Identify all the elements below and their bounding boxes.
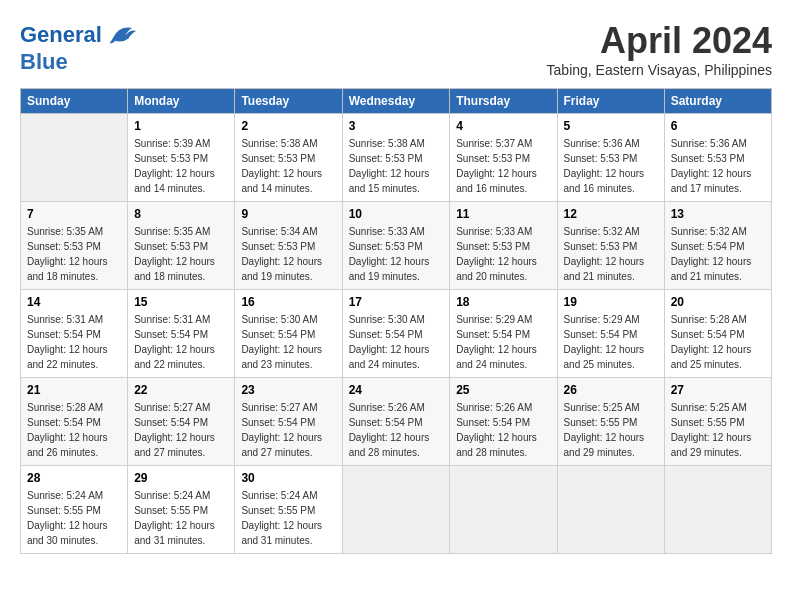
calendar-cell	[450, 466, 557, 554]
calendar-cell: 26Sunrise: 5:25 AMSunset: 5:55 PMDayligh…	[557, 378, 664, 466]
day-number: 13	[671, 207, 765, 221]
page-header: General Blue April 2024 Tabing, Eastern …	[20, 20, 772, 78]
day-number: 10	[349, 207, 444, 221]
day-number: 18	[456, 295, 550, 309]
column-header-tuesday: Tuesday	[235, 89, 342, 114]
column-header-wednesday: Wednesday	[342, 89, 450, 114]
calendar-cell: 7Sunrise: 5:35 AMSunset: 5:53 PMDaylight…	[21, 202, 128, 290]
day-info: Sunrise: 5:30 AMSunset: 5:54 PMDaylight:…	[349, 312, 444, 372]
day-number: 19	[564, 295, 658, 309]
calendar-cell	[557, 466, 664, 554]
day-info: Sunrise: 5:30 AMSunset: 5:54 PMDaylight:…	[241, 312, 335, 372]
day-number: 11	[456, 207, 550, 221]
day-info: Sunrise: 5:26 AMSunset: 5:54 PMDaylight:…	[349, 400, 444, 460]
calendar-cell: 3Sunrise: 5:38 AMSunset: 5:53 PMDaylight…	[342, 114, 450, 202]
calendar-cell: 20Sunrise: 5:28 AMSunset: 5:54 PMDayligh…	[664, 290, 771, 378]
day-info: Sunrise: 5:39 AMSunset: 5:53 PMDaylight:…	[134, 136, 228, 196]
day-info: Sunrise: 5:27 AMSunset: 5:54 PMDaylight:…	[241, 400, 335, 460]
day-number: 5	[564, 119, 658, 133]
calendar-cell: 9Sunrise: 5:34 AMSunset: 5:53 PMDaylight…	[235, 202, 342, 290]
day-info: Sunrise: 5:36 AMSunset: 5:53 PMDaylight:…	[564, 136, 658, 196]
calendar-cell: 14Sunrise: 5:31 AMSunset: 5:54 PMDayligh…	[21, 290, 128, 378]
calendar-cell: 18Sunrise: 5:29 AMSunset: 5:54 PMDayligh…	[450, 290, 557, 378]
logo-text: General	[20, 23, 102, 47]
calendar-cell: 30Sunrise: 5:24 AMSunset: 5:55 PMDayligh…	[235, 466, 342, 554]
day-number: 21	[27, 383, 121, 397]
day-number: 25	[456, 383, 550, 397]
day-number: 15	[134, 295, 228, 309]
calendar-cell: 23Sunrise: 5:27 AMSunset: 5:54 PMDayligh…	[235, 378, 342, 466]
logo: General Blue	[20, 20, 136, 74]
calendar-cell: 27Sunrise: 5:25 AMSunset: 5:55 PMDayligh…	[664, 378, 771, 466]
day-number: 26	[564, 383, 658, 397]
calendar-cell: 19Sunrise: 5:29 AMSunset: 5:54 PMDayligh…	[557, 290, 664, 378]
day-number: 20	[671, 295, 765, 309]
calendar-table: SundayMondayTuesdayWednesdayThursdayFrid…	[20, 88, 772, 554]
column-header-monday: Monday	[128, 89, 235, 114]
day-info: Sunrise: 5:33 AMSunset: 5:53 PMDaylight:…	[349, 224, 444, 284]
day-info: Sunrise: 5:28 AMSunset: 5:54 PMDaylight:…	[27, 400, 121, 460]
day-info: Sunrise: 5:25 AMSunset: 5:55 PMDaylight:…	[564, 400, 658, 460]
day-info: Sunrise: 5:24 AMSunset: 5:55 PMDaylight:…	[27, 488, 121, 548]
day-info: Sunrise: 5:29 AMSunset: 5:54 PMDaylight:…	[456, 312, 550, 372]
day-number: 2	[241, 119, 335, 133]
day-info: Sunrise: 5:38 AMSunset: 5:53 PMDaylight:…	[241, 136, 335, 196]
calendar-cell: 10Sunrise: 5:33 AMSunset: 5:53 PMDayligh…	[342, 202, 450, 290]
day-info: Sunrise: 5:28 AMSunset: 5:54 PMDaylight:…	[671, 312, 765, 372]
calendar-cell: 5Sunrise: 5:36 AMSunset: 5:53 PMDaylight…	[557, 114, 664, 202]
calendar-cell: 6Sunrise: 5:36 AMSunset: 5:53 PMDaylight…	[664, 114, 771, 202]
calendar-cell: 2Sunrise: 5:38 AMSunset: 5:53 PMDaylight…	[235, 114, 342, 202]
calendar-cell: 11Sunrise: 5:33 AMSunset: 5:53 PMDayligh…	[450, 202, 557, 290]
day-number: 7	[27, 207, 121, 221]
logo-blue-text: Blue	[20, 50, 136, 74]
day-info: Sunrise: 5:26 AMSunset: 5:54 PMDaylight:…	[456, 400, 550, 460]
day-number: 28	[27, 471, 121, 485]
column-header-friday: Friday	[557, 89, 664, 114]
calendar-week-row: 7Sunrise: 5:35 AMSunset: 5:53 PMDaylight…	[21, 202, 772, 290]
calendar-cell: 15Sunrise: 5:31 AMSunset: 5:54 PMDayligh…	[128, 290, 235, 378]
day-info: Sunrise: 5:32 AMSunset: 5:53 PMDaylight:…	[564, 224, 658, 284]
day-info: Sunrise: 5:36 AMSunset: 5:53 PMDaylight:…	[671, 136, 765, 196]
day-info: Sunrise: 5:33 AMSunset: 5:53 PMDaylight:…	[456, 224, 550, 284]
calendar-week-row: 1Sunrise: 5:39 AMSunset: 5:53 PMDaylight…	[21, 114, 772, 202]
day-number: 6	[671, 119, 765, 133]
day-info: Sunrise: 5:29 AMSunset: 5:54 PMDaylight:…	[564, 312, 658, 372]
day-number: 14	[27, 295, 121, 309]
calendar-week-row: 28Sunrise: 5:24 AMSunset: 5:55 PMDayligh…	[21, 466, 772, 554]
day-info: Sunrise: 5:37 AMSunset: 5:53 PMDaylight:…	[456, 136, 550, 196]
day-number: 22	[134, 383, 228, 397]
day-number: 1	[134, 119, 228, 133]
calendar-week-row: 21Sunrise: 5:28 AMSunset: 5:54 PMDayligh…	[21, 378, 772, 466]
calendar-cell: 17Sunrise: 5:30 AMSunset: 5:54 PMDayligh…	[342, 290, 450, 378]
day-number: 24	[349, 383, 444, 397]
day-number: 17	[349, 295, 444, 309]
logo-bird-icon	[106, 20, 136, 50]
day-number: 30	[241, 471, 335, 485]
day-number: 12	[564, 207, 658, 221]
day-number: 29	[134, 471, 228, 485]
day-info: Sunrise: 5:35 AMSunset: 5:53 PMDaylight:…	[27, 224, 121, 284]
day-number: 8	[134, 207, 228, 221]
location-title: Tabing, Eastern Visayas, Philippines	[547, 62, 772, 78]
day-info: Sunrise: 5:35 AMSunset: 5:53 PMDaylight:…	[134, 224, 228, 284]
calendar-header-row: SundayMondayTuesdayWednesdayThursdayFrid…	[21, 89, 772, 114]
day-info: Sunrise: 5:31 AMSunset: 5:54 PMDaylight:…	[134, 312, 228, 372]
calendar-cell: 29Sunrise: 5:24 AMSunset: 5:55 PMDayligh…	[128, 466, 235, 554]
calendar-cell	[664, 466, 771, 554]
day-info: Sunrise: 5:38 AMSunset: 5:53 PMDaylight:…	[349, 136, 444, 196]
day-number: 9	[241, 207, 335, 221]
title-block: April 2024 Tabing, Eastern Visayas, Phil…	[547, 20, 772, 78]
calendar-cell	[21, 114, 128, 202]
day-number: 3	[349, 119, 444, 133]
day-number: 16	[241, 295, 335, 309]
calendar-cell: 22Sunrise: 5:27 AMSunset: 5:54 PMDayligh…	[128, 378, 235, 466]
calendar-cell	[342, 466, 450, 554]
calendar-cell: 21Sunrise: 5:28 AMSunset: 5:54 PMDayligh…	[21, 378, 128, 466]
month-title: April 2024	[547, 20, 772, 62]
calendar-cell: 13Sunrise: 5:32 AMSunset: 5:54 PMDayligh…	[664, 202, 771, 290]
calendar-cell: 4Sunrise: 5:37 AMSunset: 5:53 PMDaylight…	[450, 114, 557, 202]
calendar-cell: 8Sunrise: 5:35 AMSunset: 5:53 PMDaylight…	[128, 202, 235, 290]
day-info: Sunrise: 5:32 AMSunset: 5:54 PMDaylight:…	[671, 224, 765, 284]
calendar-cell: 28Sunrise: 5:24 AMSunset: 5:55 PMDayligh…	[21, 466, 128, 554]
day-info: Sunrise: 5:31 AMSunset: 5:54 PMDaylight:…	[27, 312, 121, 372]
